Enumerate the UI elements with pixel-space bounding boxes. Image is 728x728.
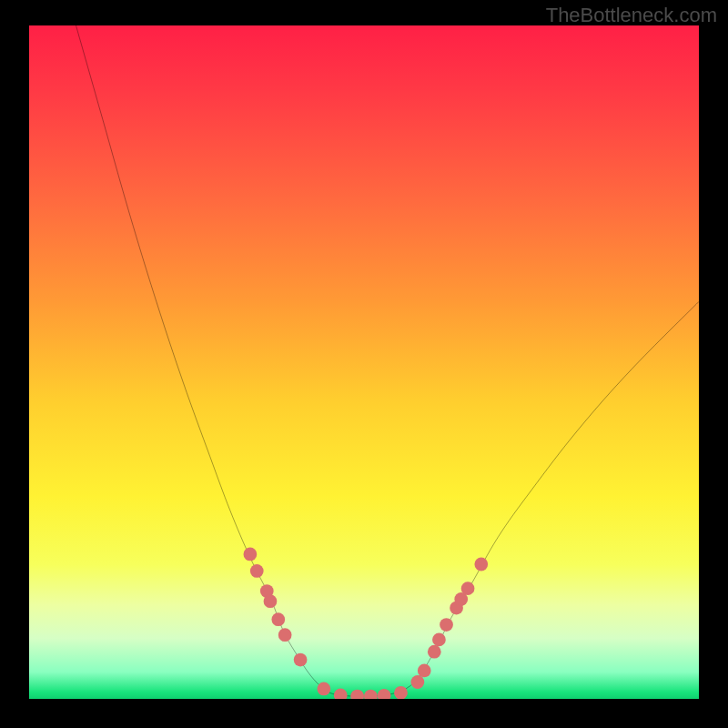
data-dot	[394, 686, 408, 699]
data-dot	[461, 581, 475, 595]
data-dots	[244, 548, 489, 700]
data-dot	[278, 628, 292, 642]
data-dot	[440, 618, 453, 632]
data-dot	[294, 653, 308, 667]
plot-area	[29, 25, 699, 699]
data-dot	[411, 675, 425, 689]
data-dot	[271, 612, 285, 626]
data-dot	[474, 558, 488, 571]
data-dot	[418, 664, 431, 678]
data-dot	[334, 689, 348, 699]
bottleneck-curve	[76, 25, 699, 696]
watermark-label: TheBottleneck.com	[546, 4, 717, 27]
data-dot	[244, 548, 258, 561]
data-dot	[317, 682, 330, 696]
data-dot	[428, 645, 441, 659]
curve-svg	[29, 25, 699, 699]
data-dot	[264, 594, 278, 608]
data-dot	[378, 689, 391, 699]
data-dot	[350, 690, 364, 699]
data-dot	[432, 632, 446, 646]
chart-frame: TheBottleneck.com	[0, 0, 728, 728]
data-dot	[250, 564, 264, 578]
data-dot	[364, 690, 378, 699]
